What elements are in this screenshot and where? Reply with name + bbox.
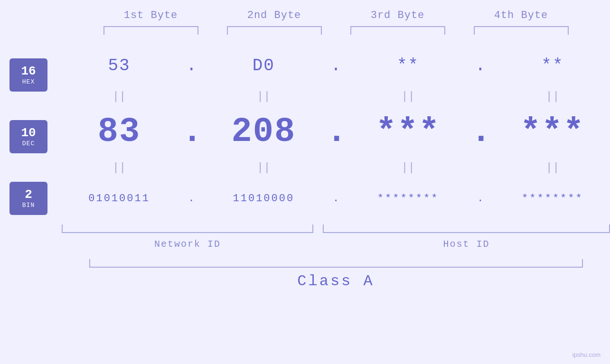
dec-row: 83 . 208 . *** . *** [62, 106, 610, 158]
dec-byte4-value: *** [520, 112, 585, 151]
bracket-byte3 [350, 26, 445, 35]
dec-dot3: . [471, 112, 490, 151]
dec-byte1-value: 83 [98, 112, 141, 151]
bracket-byte1 [103, 26, 198, 35]
bottom-labels-row: Network ID Host ID [62, 236, 610, 250]
watermark: ipshu.com [572, 351, 601, 358]
bin-name: BIN [22, 202, 35, 209]
bin-byte1-value: 01010011 [88, 193, 150, 205]
bin-byte1: 01010011 [67, 193, 171, 205]
bin-byte2-value: 11010000 [233, 193, 295, 205]
bin-badge: 2 BIN [9, 182, 47, 215]
bin-byte4: ******** [500, 193, 605, 205]
bottom-bracket-row [62, 224, 610, 233]
sep1-byte3: || [356, 90, 460, 103]
top-brackets [89, 26, 583, 35]
values-grid: 53 . D0 . ** . ** || || [62, 44, 610, 250]
hex-byte1: 53 [67, 56, 171, 75]
hex-byte3-value: ** [397, 56, 419, 75]
dec-badge: 10 DEC [9, 120, 47, 153]
bin-dot1: . [182, 193, 201, 205]
hex-byte3: ** [356, 56, 460, 75]
class-section: Class A [89, 259, 583, 290]
bracket-byte2 [227, 26, 322, 35]
hex-dot1: . [182, 56, 201, 75]
hex-byte4: ** [500, 56, 605, 75]
byte-headers-row: 1st Byte 2nd Byte 3rd Byte 4th Byte [89, 9, 583, 21]
dec-name: DEC [22, 140, 35, 147]
dec-byte3-value: *** [376, 112, 441, 151]
class-a-label: Class A [89, 272, 583, 290]
bin-byte4-value: ******** [522, 193, 583, 205]
dec-number: 10 [21, 126, 36, 140]
main-container: 1st Byte 2nd Byte 3rd Byte 4th Byte 16 H… [0, 0, 610, 364]
hex-number: 16 [21, 65, 36, 78]
bin-number: 2 [25, 188, 32, 202]
sep2-byte3: || [356, 161, 460, 174]
dec-dot1: . [182, 112, 201, 151]
badges-column: 16 HEX 10 DEC 2 BIN [0, 44, 62, 215]
sep-row-1: || || || || [62, 87, 610, 106]
byte-header-3: 3rd Byte [346, 9, 450, 21]
host-id-bracket [323, 224, 610, 233]
sep2-byte2: || [211, 161, 316, 174]
network-id-label: Network ID [62, 239, 313, 250]
sep1-byte4: || [500, 90, 605, 103]
hex-row: 53 . D0 . ** . ** [62, 44, 610, 87]
hex-dot3: . [471, 56, 490, 75]
bin-dot2: . [326, 193, 345, 205]
bottom-brackets-area: Network ID Host ID [62, 224, 610, 250]
byte-header-4: 4th Byte [469, 9, 573, 21]
bracket-byte4 [474, 26, 569, 35]
sep1-byte2: || [211, 90, 316, 103]
hex-byte4-value: ** [541, 56, 563, 75]
bin-byte3-value: ******** [377, 193, 439, 205]
network-id-bracket [62, 224, 313, 233]
sep2-byte4: || [500, 161, 605, 174]
bin-dot3: . [471, 193, 490, 205]
host-id-label: Host ID [323, 239, 610, 250]
hex-byte2-value: D0 [253, 56, 275, 75]
hex-byte1-value: 53 [108, 56, 130, 75]
dec-byte2-value: 208 [232, 112, 296, 151]
class-bracket [89, 259, 583, 268]
byte-header-1: 1st Byte [99, 9, 203, 21]
bin-byte2: 11010000 [211, 193, 316, 205]
hex-byte2: D0 [211, 56, 316, 75]
dec-byte4: *** [500, 112, 605, 151]
byte-header-2: 2nd Byte [222, 9, 327, 21]
hex-name: HEX [22, 78, 35, 85]
bin-row: 01010011 . 11010000 . ******** . *******… [62, 177, 610, 220]
sep2-byte1: || [67, 161, 171, 174]
sep-row-2: || || || || [62, 158, 610, 177]
dec-dot2: . [326, 112, 345, 151]
hex-dot2: . [326, 56, 345, 75]
hex-badge: 16 HEX [9, 58, 47, 92]
dec-byte3: *** [356, 112, 460, 151]
bin-byte3: ******** [356, 193, 460, 205]
dec-byte2: 208 [211, 112, 316, 151]
dec-byte1: 83 [67, 112, 171, 151]
main-area: 16 HEX 10 DEC 2 BIN 53 . D0 [0, 44, 610, 250]
sep1-byte1: || [67, 90, 171, 103]
